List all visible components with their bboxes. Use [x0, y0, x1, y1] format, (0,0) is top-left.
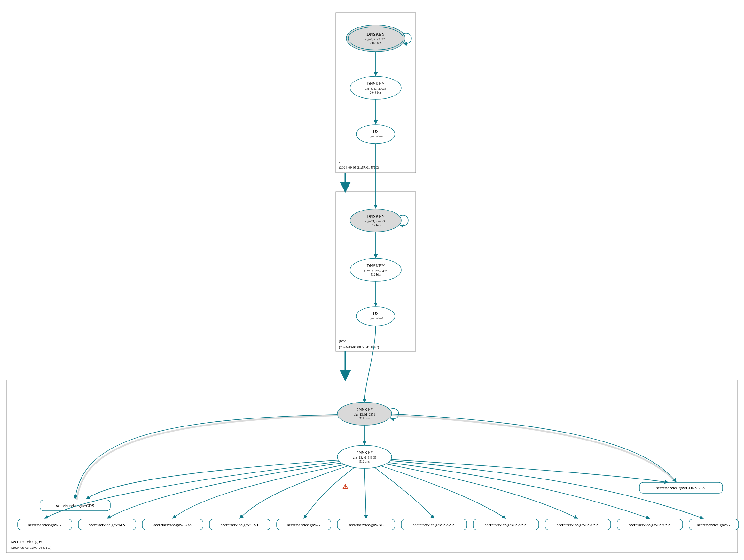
rr-cds-label: secretservice.gov/CDS: [56, 503, 94, 508]
svg-point-6: [357, 307, 395, 326]
dom-ksk-l1: alg=13, id=2371: [354, 413, 375, 416]
node-dom-ksk[interactable]: DNSKEY alg=13, id=2371 512 bits: [337, 402, 392, 425]
node-root-ds[interactable]: DS digest alg=2: [357, 125, 395, 144]
rr-a3[interactable]: secretservice.gov/A: [689, 519, 739, 530]
rr-aaaa3[interactable]: secretservice.gov/AAAA: [545, 519, 611, 530]
dnssec-graph: . (2024-09-05 21:57:01 UTC) DNSKEY alg=8…: [0, 0, 744, 560]
edge-zsk-txt: [240, 466, 348, 518]
dom-ksk-l2: 512 bits: [359, 416, 370, 420]
rr-txt[interactable]: secretservice.gov/TXT: [210, 519, 270, 530]
gov-ksk-l1: alg=13, id=2536: [365, 219, 386, 223]
zone-domain-timestamp: (2024-09-06 02:05:26 UTC): [11, 546, 51, 550]
root-ds-l1: digest alg=2: [368, 134, 383, 138]
rr-mx[interactable]: secretservice.gov/MX: [78, 519, 136, 530]
gov-zsk-title: DNSKEY: [367, 264, 385, 268]
edge-zsk-aaaa1: [374, 467, 434, 518]
node-gov-ds[interactable]: DS digest alg=2: [357, 307, 395, 326]
node-root-zsk[interactable]: DNSKEY alg=8, id=20038 2048 bits: [350, 76, 401, 99]
rr-soa-label: secretservice.gov/SOA: [153, 522, 192, 527]
root-zsk-title: DNSKEY: [367, 81, 385, 86]
dom-zsk-l1: alg=13, id=34505: [353, 456, 376, 459]
node-root-ksk[interactable]: DNSKEY alg=8, id=20326 2048 bits: [346, 25, 405, 52]
gov-zsk-l2: 512 bits: [371, 273, 381, 276]
edge-zsk-aaaa2: [380, 466, 506, 518]
rr-a3-label: secretservice.gov/A: [697, 522, 730, 527]
rr-a2-label: secretservice.gov/A: [288, 522, 320, 527]
edge-zsk-cdnskey: [391, 459, 668, 482]
gov-ds-title: DS: [373, 311, 378, 316]
rr-soa[interactable]: secretservice.gov/SOA: [142, 519, 203, 530]
edge-gov-ds-dom-ksk: [365, 326, 376, 402]
gov-zsk-l1: alg=13, id=35496: [364, 269, 387, 273]
root-ksk-l2: 2048 bits: [370, 41, 382, 45]
edge-zsk-aaaa3: [385, 464, 578, 518]
rr-a1-label: secretservice.gov/A: [29, 522, 62, 527]
rr-aaaa4[interactable]: secretservice.gov/AAAA: [617, 519, 682, 530]
edge-zsk-cds: [86, 460, 339, 499]
dom-zsk-title: DNSKEY: [356, 450, 374, 455]
gov-ksk-title: DNSKEY: [367, 214, 385, 219]
rr-ns-label: secretservice.gov/NS: [348, 522, 384, 527]
gov-ksk-l2: 512 bits: [371, 223, 381, 227]
rr-aaaa3-label: secretservice.gov/AAAA: [557, 522, 599, 527]
edge-zsk-a2: [304, 467, 355, 518]
edge-zsk-aaaa4: [388, 463, 650, 518]
edge-zsk-ns: [365, 468, 366, 518]
rr-aaaa2-label: secretservice.gov/AAAA: [485, 522, 527, 527]
zone-root-name: .: [339, 159, 340, 164]
root-zsk-l2: 2048 bits: [370, 91, 382, 94]
rr-mx-label: secretservice.gov/MX: [89, 522, 126, 527]
zone-domain-name: secretservice.gov: [11, 539, 42, 544]
rr-ns[interactable]: secretservice.gov/NS: [337, 519, 395, 530]
root-zsk-l1: alg=8, id=20038: [365, 87, 386, 90]
rr-aaaa1-label: secretservice.gov/AAAA: [413, 522, 455, 527]
rr-cds[interactable]: secretservice.gov/CDS: [40, 500, 110, 511]
rr-cdnskey[interactable]: secretservice.gov/CDNSKEY: [639, 482, 722, 493]
node-gov-zsk[interactable]: DNSKEY alg=13, id=35496 512 bits: [350, 258, 401, 281]
gov-ds-l1: digest alg=2: [368, 317, 383, 320]
rr-a2[interactable]: secretservice.gov/A: [276, 519, 331, 530]
node-gov-ksk[interactable]: DNSKEY alg=13, id=2536 512 bits: [350, 209, 401, 232]
dom-ksk-title: DNSKEY: [356, 407, 374, 412]
node-dom-zsk[interactable]: DNSKEY alg=13, id=34505 512 bits: [337, 445, 392, 468]
zone-root-timestamp: (2024-09-05 21:57:01 UTC): [339, 165, 379, 170]
zone-gov-timestamp: (2024-09-06 00:58:41 UTC): [339, 345, 379, 349]
edge-ksk-cdnskey: [392, 414, 676, 482]
warning-icon: ⚠: [342, 483, 348, 490]
shadow-ksk-cdnskey: [392, 415, 677, 483]
rr-cdnskey-label: secretservice.gov/CDNSKEY: [657, 486, 706, 490]
rr-aaaa4-label: secretservice.gov/AAAA: [629, 522, 671, 527]
rr-aaaa2[interactable]: secretservice.gov/AAAA: [473, 519, 539, 530]
zone-gov-name: gov: [339, 338, 346, 344]
svg-point-3: [357, 125, 395, 144]
rr-a1[interactable]: secretservice.gov/A: [17, 519, 72, 530]
rr-txt-label: secretservice.gov/TXT: [221, 522, 259, 527]
root-ksk-l1: alg=8, id=20326: [365, 37, 386, 41]
rr-aaaa1[interactable]: secretservice.gov/AAAA: [401, 519, 467, 530]
dom-zsk-l2: 512 bits: [359, 460, 370, 463]
root-ds-title: DS: [373, 129, 378, 134]
root-ksk-title: DNSKEY: [367, 32, 385, 37]
